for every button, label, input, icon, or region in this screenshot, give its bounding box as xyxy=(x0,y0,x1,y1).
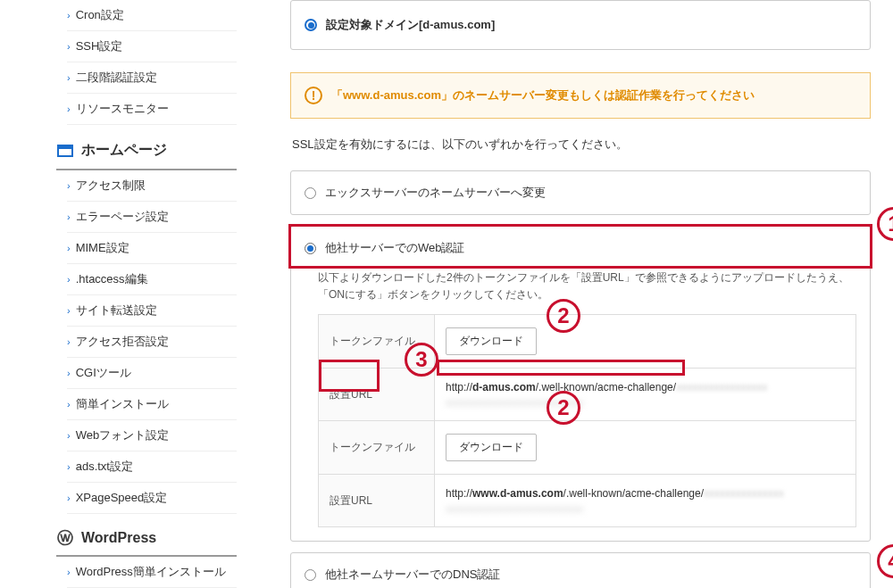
install-url-value: http://d-amus.com/.well-known/acme-chall… xyxy=(435,369,856,421)
chevron-icon: › xyxy=(67,243,71,253)
option-web-auth: 他社サーバーでのWeb認証 以下よりダウンロードした2件のトークンファイルを「設… xyxy=(290,226,871,542)
section-title: ホームページ xyxy=(81,141,167,160)
sidebar-item-label: リソースモニター xyxy=(76,101,169,117)
sidebar-item-label: Webフォント設定 xyxy=(76,427,170,443)
sidebar-item[interactable]: ›SSH設定 xyxy=(67,31,237,62)
warning-icon: ! xyxy=(305,87,322,104)
option-label: 他社ネームサーバーでのDNS認証 xyxy=(325,567,500,583)
annotation-marker: 4 xyxy=(877,544,893,578)
sidebar-item-label: アクセス拒否設定 xyxy=(76,334,169,350)
chevron-icon: › xyxy=(67,10,71,21)
sidebar-item-label: WordPress簡単インストール xyxy=(76,564,226,580)
chevron-icon: › xyxy=(67,104,71,114)
chevron-icon: › xyxy=(67,72,71,83)
sidebar-item-label: MIME設定 xyxy=(76,240,129,256)
sidebar-item[interactable]: ›.htaccess編集 xyxy=(67,264,237,295)
radio-selected-icon[interactable] xyxy=(305,243,316,254)
instruction-text: SSL設定を有効にするには、以下のいずれかを行ってください。 xyxy=(290,137,871,153)
radio-selected-icon xyxy=(305,19,317,31)
sidebar-item[interactable]: ›CGIツール xyxy=(67,358,237,389)
sidebar-item[interactable]: ›WordPress簡単インストール xyxy=(67,557,237,588)
install-url-label: 設置URL xyxy=(319,475,435,527)
sidebar-item[interactable]: ›XPageSpeed設定 xyxy=(67,483,237,514)
sub-instruction: 以下よりダウンロードした2件のトークンファイルを「設置URL」で参照できるように… xyxy=(318,269,856,303)
sidebar-item-label: XPageSpeed設定 xyxy=(76,490,168,506)
sidebar-item-label: 二段階認証設定 xyxy=(76,70,157,86)
option-nameserver-change[interactable]: エックスサーバーのネームサーバーへ変更 xyxy=(290,170,871,215)
sidebar-item[interactable]: ›アクセス制限 xyxy=(67,170,237,202)
homepage-icon xyxy=(56,144,74,158)
sidebar-item[interactable]: ›リソースモニター xyxy=(67,94,237,125)
sidebar-item-label: CGIツール xyxy=(76,365,131,381)
sidebar-item[interactable]: ›Cron設定 xyxy=(67,0,237,31)
sidebar-item[interactable]: ›Webフォント設定 xyxy=(67,420,237,451)
chevron-icon: › xyxy=(67,180,71,191)
chevron-icon: › xyxy=(67,368,71,378)
install-url-value: http://www.d-amus.com/.well-known/acme-c… xyxy=(435,475,856,527)
option-label: エックスサーバーのネームサーバーへ変更 xyxy=(325,185,546,201)
sidebar-item-label: エラーページ設定 xyxy=(76,209,169,225)
sidebar-item[interactable]: ›エラーページ設定 xyxy=(67,202,237,233)
sidebar-item[interactable]: ›簡単インストール xyxy=(67,389,237,420)
sidebar-item[interactable]: ›二段階認証設定 xyxy=(67,62,237,94)
target-domain-box: 設定対象ドメイン[d-amus.com] xyxy=(290,0,871,50)
token-file-label: トークンファイル xyxy=(319,421,435,475)
section-title: WordPress xyxy=(81,530,156,546)
download-button[interactable]: ダウンロード xyxy=(446,434,537,461)
sidebar-section-homepage: ホームページ xyxy=(56,132,237,170)
install-url-label: 設置URL xyxy=(319,369,435,421)
chevron-icon: › xyxy=(67,336,71,347)
chevron-icon: › xyxy=(67,430,71,441)
sidebar-item[interactable]: ›MIME設定 xyxy=(67,233,237,264)
token-file-label: トークンファイル xyxy=(319,315,435,369)
download-button[interactable]: ダウンロード xyxy=(446,327,537,355)
annotation-marker: 1 xyxy=(877,207,893,241)
chevron-icon: › xyxy=(67,493,71,503)
radio-icon[interactable] xyxy=(305,187,316,199)
sidebar-item-label: サイト転送設定 xyxy=(76,302,157,319)
sidebar-item-label: アクセス制限 xyxy=(76,178,146,194)
chevron-icon: › xyxy=(67,305,71,316)
option-web-auth-header[interactable]: 他社サーバーでのWeb認証 xyxy=(291,227,870,269)
sidebar-item[interactable]: ›サイト転送設定 xyxy=(67,295,237,327)
chevron-icon: › xyxy=(67,41,71,52)
chevron-icon: › xyxy=(67,211,71,222)
radio-icon[interactable] xyxy=(305,569,316,581)
chevron-icon: › xyxy=(67,461,71,472)
sidebar-item-label: SSH設定 xyxy=(76,38,123,54)
option-label: 他社サーバーでのWeb認証 xyxy=(325,240,465,256)
option-dns-auth[interactable]: 他社ネームサーバーでのDNS認証 xyxy=(290,552,871,588)
sidebar-item-label: 簡単インストール xyxy=(76,396,169,412)
chevron-icon: › xyxy=(67,274,71,285)
warning-text: 「www.d-amus.com」のネームサーバー変更もしくは認証作業を行ってくだ… xyxy=(331,87,755,104)
warning-box: ! 「www.d-amus.com」のネームサーバー変更もしくは認証作業を行って… xyxy=(290,72,871,119)
chevron-icon: › xyxy=(67,567,71,577)
sidebar-section-wordpress: ⓦ WordPress xyxy=(56,521,237,557)
sidebar-item[interactable]: ›ads.txt設定 xyxy=(67,451,237,483)
chevron-icon: › xyxy=(67,399,71,410)
sidebar-item[interactable]: ›アクセス拒否設定 xyxy=(67,327,237,358)
sidebar-item-label: Cron設定 xyxy=(76,7,124,23)
target-domain-label: 設定対象ドメイン[d-amus.com] xyxy=(326,17,495,33)
wordpress-icon: ⓦ xyxy=(56,531,74,545)
sidebar-item-label: .htaccess編集 xyxy=(76,271,148,287)
token-table: トークンファイル ダウンロード 設置URL http://d-amus.com/… xyxy=(318,314,856,527)
sidebar-item-label: ads.txt設定 xyxy=(76,459,133,475)
